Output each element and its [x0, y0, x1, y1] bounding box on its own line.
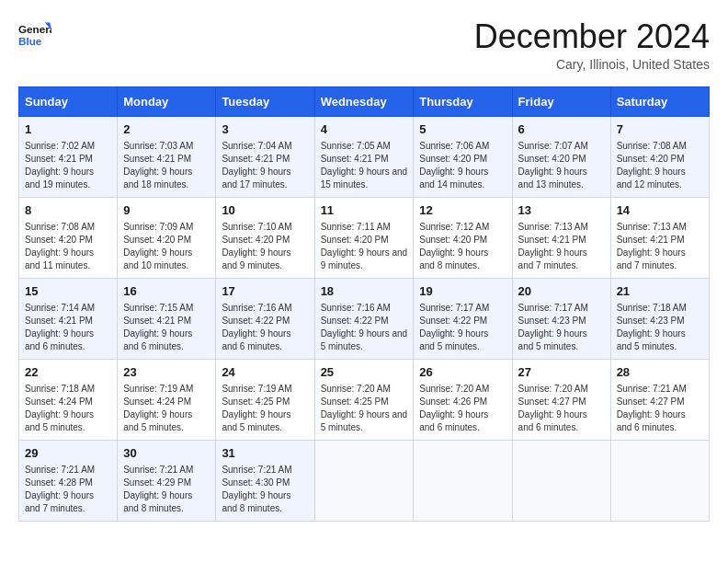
page-header: General Blue December 2024 Cary, Illinoi… — [18, 18, 710, 72]
day-cell: 26Sunrise: 7:20 AMSunset: 4:26 PMDayligh… — [414, 359, 512, 440]
day-number: 27 — [518, 364, 605, 382]
day-cell: 12Sunrise: 7:12 AMSunset: 4:20 PMDayligh… — [414, 197, 512, 278]
day-number: 15 — [25, 283, 111, 301]
header-row: SundayMondayTuesdayWednesdayThursdayFrid… — [19, 86, 710, 116]
day-info: Sunrise: 7:10 AMSunset: 4:20 PMDaylight:… — [222, 221, 308, 272]
day-info: Sunrise: 7:19 AMSunset: 4:25 PMDaylight:… — [222, 383, 308, 434]
day-cell — [610, 440, 709, 521]
day-number: 16 — [123, 283, 210, 301]
day-cell: 28Sunrise: 7:21 AMSunset: 4:27 PMDayligh… — [610, 359, 709, 440]
day-number: 30 — [123, 445, 210, 463]
header-thursday: Thursday — [414, 86, 512, 116]
day-info: Sunrise: 7:18 AMSunset: 4:24 PMDaylight:… — [25, 383, 111, 434]
day-info: Sunrise: 7:15 AMSunset: 4:21 PMDaylight:… — [123, 302, 210, 353]
day-number: 14 — [617, 202, 703, 220]
day-cell: 13Sunrise: 7:13 AMSunset: 4:21 PMDayligh… — [512, 197, 610, 278]
day-number: 31 — [222, 445, 308, 463]
day-cell: 30Sunrise: 7:21 AMSunset: 4:29 PMDayligh… — [118, 440, 216, 521]
day-info: Sunrise: 7:08 AMSunset: 4:20 PMDaylight:… — [617, 140, 703, 191]
day-cell: 2Sunrise: 7:03 AMSunset: 4:21 PMDaylight… — [118, 116, 216, 197]
header-saturday: Saturday — [610, 86, 709, 116]
week-row-5: 29Sunrise: 7:21 AMSunset: 4:28 PMDayligh… — [19, 440, 710, 521]
day-info: Sunrise: 7:05 AMSunset: 4:21 PMDaylight:… — [321, 140, 408, 191]
day-cell: 31Sunrise: 7:21 AMSunset: 4:30 PMDayligh… — [216, 440, 314, 521]
title-area: December 2024 Cary, Illinois, United Sta… — [474, 18, 710, 72]
day-cell: 17Sunrise: 7:16 AMSunset: 4:22 PMDayligh… — [216, 278, 314, 359]
day-cell: 10Sunrise: 7:10 AMSunset: 4:20 PMDayligh… — [216, 197, 314, 278]
header-monday: Monday — [118, 86, 216, 116]
day-info: Sunrise: 7:21 AMSunset: 4:30 PMDaylight:… — [222, 464, 308, 515]
day-cell — [414, 440, 512, 521]
day-number: 5 — [419, 121, 506, 139]
day-cell: 25Sunrise: 7:20 AMSunset: 4:25 PMDayligh… — [314, 359, 414, 440]
day-number: 13 — [518, 202, 605, 220]
day-number: 19 — [419, 283, 506, 301]
logo-icon: General Blue — [18, 18, 51, 52]
day-number: 4 — [321, 121, 408, 139]
day-info: Sunrise: 7:16 AMSunset: 4:22 PMDaylight:… — [222, 302, 308, 353]
day-cell: 4Sunrise: 7:05 AMSunset: 4:21 PMDaylight… — [314, 116, 414, 197]
day-cell: 8Sunrise: 7:08 AMSunset: 4:20 PMDaylight… — [19, 197, 118, 278]
day-cell — [314, 440, 414, 521]
day-number: 6 — [518, 121, 605, 139]
logo: General Blue — [18, 18, 51, 52]
day-cell: 20Sunrise: 7:17 AMSunset: 4:23 PMDayligh… — [512, 278, 610, 359]
day-number: 24 — [222, 364, 308, 382]
day-info: Sunrise: 7:20 AMSunset: 4:25 PMDaylight:… — [321, 383, 408, 434]
header-tuesday: Tuesday — [216, 86, 314, 116]
day-cell: 11Sunrise: 7:11 AMSunset: 4:20 PMDayligh… — [314, 197, 414, 278]
day-number: 8 — [25, 202, 111, 220]
day-number: 1 — [25, 121, 111, 139]
day-cell: 24Sunrise: 7:19 AMSunset: 4:25 PMDayligh… — [216, 359, 314, 440]
day-info: Sunrise: 7:02 AMSunset: 4:21 PMDaylight:… — [25, 140, 111, 191]
day-info: Sunrise: 7:13 AMSunset: 4:21 PMDaylight:… — [518, 221, 605, 272]
day-number: 2 — [123, 121, 210, 139]
day-number: 17 — [222, 283, 308, 301]
day-number: 26 — [419, 364, 506, 382]
day-info: Sunrise: 7:21 AMSunset: 4:29 PMDaylight:… — [123, 464, 210, 515]
day-cell: 14Sunrise: 7:13 AMSunset: 4:21 PMDayligh… — [610, 197, 709, 278]
day-info: Sunrise: 7:20 AMSunset: 4:26 PMDaylight:… — [419, 383, 506, 434]
svg-text:Blue: Blue — [18, 35, 42, 47]
day-number: 18 — [321, 283, 408, 301]
day-info: Sunrise: 7:17 AMSunset: 4:23 PMDaylight:… — [518, 302, 605, 353]
day-info: Sunrise: 7:19 AMSunset: 4:24 PMDaylight:… — [123, 383, 210, 434]
calendar-header: SundayMondayTuesdayWednesdayThursdayFrid… — [19, 86, 710, 116]
day-cell: 3Sunrise: 7:04 AMSunset: 4:21 PMDaylight… — [216, 116, 314, 197]
day-info: Sunrise: 7:08 AMSunset: 4:20 PMDaylight:… — [25, 221, 111, 272]
day-cell: 1Sunrise: 7:02 AMSunset: 4:21 PMDaylight… — [19, 116, 118, 197]
day-info: Sunrise: 7:17 AMSunset: 4:22 PMDaylight:… — [419, 302, 506, 353]
day-info: Sunrise: 7:18 AMSunset: 4:23 PMDaylight:… — [617, 302, 703, 353]
day-number: 21 — [617, 283, 703, 301]
month-title: December 2024 — [474, 18, 710, 55]
week-row-2: 8Sunrise: 7:08 AMSunset: 4:20 PMDaylight… — [19, 197, 710, 278]
calendar-body: 1Sunrise: 7:02 AMSunset: 4:21 PMDaylight… — [19, 116, 710, 521]
day-number: 28 — [617, 364, 703, 382]
day-cell: 22Sunrise: 7:18 AMSunset: 4:24 PMDayligh… — [19, 359, 118, 440]
day-cell: 27Sunrise: 7:20 AMSunset: 4:27 PMDayligh… — [512, 359, 610, 440]
day-info: Sunrise: 7:21 AMSunset: 4:28 PMDaylight:… — [25, 464, 111, 515]
location: Cary, Illinois, United States — [474, 57, 710, 72]
day-info: Sunrise: 7:06 AMSunset: 4:20 PMDaylight:… — [419, 140, 506, 191]
day-info: Sunrise: 7:07 AMSunset: 4:20 PMDaylight:… — [518, 140, 605, 191]
day-info: Sunrise: 7:21 AMSunset: 4:27 PMDaylight:… — [617, 383, 703, 434]
svg-text:General: General — [18, 23, 51, 35]
day-cell: 15Sunrise: 7:14 AMSunset: 4:21 PMDayligh… — [19, 278, 118, 359]
day-number: 12 — [419, 202, 506, 220]
day-number: 20 — [518, 283, 605, 301]
week-row-4: 22Sunrise: 7:18 AMSunset: 4:24 PMDayligh… — [19, 359, 710, 440]
day-cell: 21Sunrise: 7:18 AMSunset: 4:23 PMDayligh… — [610, 278, 709, 359]
header-wednesday: Wednesday — [314, 86, 414, 116]
day-info: Sunrise: 7:09 AMSunset: 4:20 PMDaylight:… — [123, 221, 210, 272]
day-number: 25 — [321, 364, 408, 382]
day-number: 23 — [123, 364, 210, 382]
day-number: 22 — [25, 364, 111, 382]
day-number: 10 — [222, 202, 308, 220]
day-cell: 7Sunrise: 7:08 AMSunset: 4:20 PMDaylight… — [610, 116, 709, 197]
day-number: 9 — [123, 202, 210, 220]
day-cell: 6Sunrise: 7:07 AMSunset: 4:20 PMDaylight… — [512, 116, 610, 197]
day-info: Sunrise: 7:20 AMSunset: 4:27 PMDaylight:… — [518, 383, 605, 434]
day-cell: 18Sunrise: 7:16 AMSunset: 4:22 PMDayligh… — [314, 278, 414, 359]
calendar-table: SundayMondayTuesdayWednesdayThursdayFrid… — [18, 86, 710, 522]
day-cell: 9Sunrise: 7:09 AMSunset: 4:20 PMDaylight… — [118, 197, 216, 278]
